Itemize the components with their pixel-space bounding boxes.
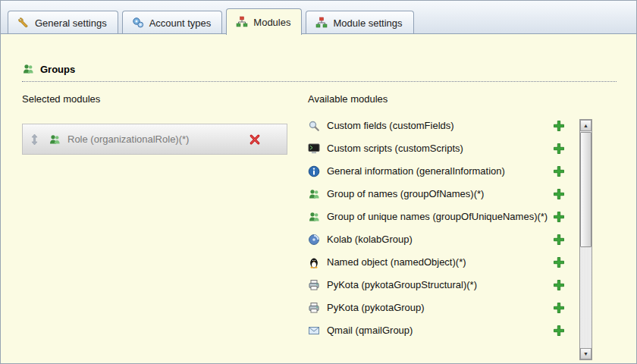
- available-module-label: Kolab (kolabGroup): [327, 234, 553, 246]
- tab-label: Account types: [149, 17, 212, 29]
- remove-module-button[interactable]: [249, 133, 261, 146]
- modules-icon: [236, 16, 248, 28]
- available-module-label: Named object (namedObject)(*): [327, 256, 553, 268]
- drag-handle[interactable]: [30, 133, 39, 146]
- tux-icon: [308, 256, 320, 268]
- available-module-label: Custom fields (customFields): [327, 120, 553, 132]
- modules-icon: [315, 17, 328, 29]
- selected-modules-panel: Selected modules Role (organizationalRol…: [22, 93, 287, 155]
- kolab-icon: [308, 234, 320, 246]
- available-modules-panel: Available modules Custom fields (customF…: [308, 93, 592, 342]
- available-module-label: Group of unique names (groupOfUniqueName…: [327, 211, 553, 223]
- available-module-label: PyKota (pykotaGroup): [327, 302, 553, 314]
- available-module-label: Group of names (groupOfNames)(*): [327, 188, 553, 200]
- available-module-row: Qmail (qmailGroup): [308, 319, 565, 342]
- tab-label: Modules: [253, 17, 290, 28]
- scroll-down-button[interactable]: ▼: [580, 348, 592, 359]
- available-module-label: General information (generalInformation): [327, 165, 553, 177]
- tab-module-settings[interactable]: Module settings: [306, 11, 413, 34]
- scroll-up-button[interactable]: ▲: [580, 120, 592, 131]
- add-module-button[interactable]: [553, 279, 565, 291]
- selected-module-row: Role (organizationalRole)(*): [22, 124, 287, 155]
- add-module-button[interactable]: [553, 143, 565, 155]
- available-module-label: Custom scripts (customScripts): [327, 143, 553, 155]
- available-module-row: Kolab (kolabGroup): [308, 228, 565, 251]
- available-module-label: PyKota (pykotaGroupStructural)(*): [327, 279, 553, 291]
- available-module-row: Named object (namedObject)(*): [308, 251, 565, 274]
- terminal-icon: [308, 143, 320, 155]
- wrench-icon: [17, 17, 30, 29]
- groups-icon: [308, 211, 320, 223]
- add-module-button[interactable]: [553, 188, 565, 200]
- tab-label: Module settings: [333, 17, 402, 29]
- scroll-thumb[interactable]: [580, 132, 592, 247]
- available-module-row: Custom scripts (customScripts): [308, 137, 565, 160]
- available-module-row: Group of names (groupOfNames)(*): [308, 183, 565, 206]
- available-module-row: Group of unique names (groupOfUniqueName…: [308, 206, 565, 228]
- groups-icon: [22, 63, 34, 75]
- add-module-button[interactable]: [553, 325, 565, 337]
- selected-module-label: Role (organizationalRole)(*): [67, 133, 249, 145]
- tab-account-types[interactable]: Account types: [122, 11, 223, 34]
- available-module-row: PyKota (pykotaGroup): [308, 297, 565, 319]
- tab-modules[interactable]: Modules: [226, 8, 302, 35]
- available-modules-heading: Available modules: [308, 93, 592, 105]
- section-header: Groups: [22, 63, 617, 82]
- section-title: Groups: [40, 64, 75, 75]
- tab-label: General settings: [35, 17, 107, 29]
- available-modules-list: Custom fields (customFields)Custom scrip…: [308, 115, 592, 342]
- tab-bar: General settingsAccount typesModulesModu…: [1, 1, 636, 34]
- groups-icon: [49, 133, 61, 146]
- magnifier-icon: [308, 120, 320, 132]
- available-module-row: PyKota (pykotaGroupStructural)(*): [308, 274, 565, 297]
- selected-modules-list: Role (organizationalRole)(*): [22, 124, 287, 155]
- tab-general-settings[interactable]: General settings: [8, 11, 118, 34]
- lam-config-window: General settingsAccount typesModulesModu…: [0, 0, 637, 364]
- add-module-button[interactable]: [553, 256, 565, 268]
- available-module-row: Custom fields (customFields): [308, 115, 565, 137]
- available-module-row: General information (generalInformation): [308, 160, 565, 183]
- add-module-button[interactable]: [553, 234, 565, 246]
- add-module-button[interactable]: [553, 211, 565, 223]
- printer-icon: [308, 302, 320, 314]
- printer-icon: [308, 279, 320, 291]
- selected-modules-heading: Selected modules: [22, 93, 287, 105]
- groups-icon: [308, 188, 320, 200]
- mail-icon: [308, 325, 320, 337]
- scrollbar[interactable]: ▲ ▼: [579, 119, 592, 360]
- available-module-label: Qmail (qmailGroup): [327, 325, 553, 337]
- add-module-button[interactable]: [553, 120, 565, 132]
- add-module-button[interactable]: [553, 165, 565, 177]
- add-module-button[interactable]: [553, 302, 565, 314]
- gears-icon: [132, 17, 144, 29]
- info-icon: [308, 165, 320, 177]
